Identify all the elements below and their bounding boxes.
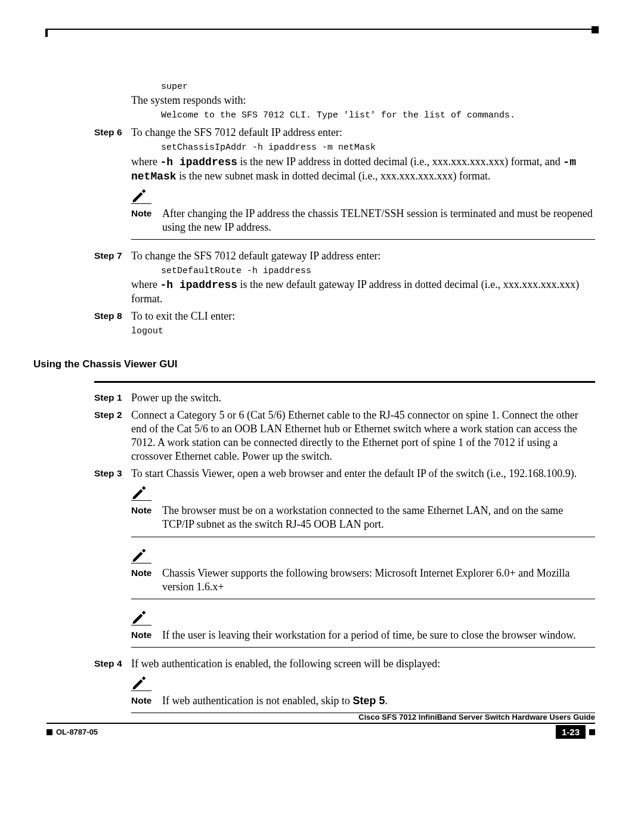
step-6-where: where -h ipaddress is the new IP address… — [131, 155, 595, 184]
step-1-label: Step 1 — [47, 391, 131, 403]
square-bullet-icon — [47, 729, 52, 735]
note-label: Note — [131, 504, 162, 516]
code-welcome: Welcome to the SFS 7012 CLI. Type 'list'… — [131, 110, 595, 121]
page-number-wrap: 1-23 — [556, 725, 595, 739]
note-label: Note — [131, 694, 162, 707]
note-label: Note — [131, 207, 162, 219]
pen-icon — [131, 187, 147, 203]
crop-corner-right — [592, 26, 599, 33]
step-7-code: setDefaultRoute -h ipaddress — [131, 265, 595, 277]
doc-id-text: OL-8787-05 — [56, 727, 98, 736]
step-6-text: To change the SFS 7012 default IP addres… — [131, 126, 595, 140]
note-text: If the user is leaving their workstation… — [162, 628, 595, 642]
crop-tick-left — [45, 29, 48, 37]
step-2-label: Step 2 — [47, 408, 131, 420]
note-text: The browser must be on a workstation con… — [162, 504, 595, 531]
text-system-responds: The system responds with: — [131, 94, 595, 107]
pen-icon — [131, 609, 147, 624]
page-footer: Cisco SFS 7012 InfiniBand Server Switch … — [47, 713, 595, 739]
arg-h-ipaddress: -h ipaddress — [160, 279, 237, 291]
step-6-label: Step 6 — [47, 126, 131, 138]
note-block: Note If web authentication is not enable… — [131, 674, 595, 713]
note-block: Note After changing the IP address the c… — [131, 187, 595, 240]
ref-step-5: Step 5 — [352, 695, 385, 707]
page-number: 1-23 — [556, 725, 586, 739]
doc-id: OL-8787-05 — [47, 727, 98, 736]
step-8-label: Step 8 — [47, 309, 131, 321]
note-block: Note If the user is leaving their workst… — [131, 609, 595, 648]
note-block: Note The browser must be on a workstatio… — [131, 484, 595, 537]
step-3-label: Step 3 — [47, 467, 131, 479]
page-frame: super The system responds with: Welcome … — [47, 29, 595, 714]
square-bullet-icon — [589, 729, 595, 735]
footer-title: Cisco SFS 7012 InfiniBand Server Switch … — [47, 713, 595, 724]
step-8-text: To to exit the CLI enter: — [131, 309, 595, 323]
heading-chassis-viewer-gui: Using the Chassis Viewer GUI — [33, 358, 595, 370]
step-6-code: setChassisIpAddr -h ipaddress -m netMask — [131, 142, 595, 153]
section-divider — [94, 381, 595, 383]
note-text: After changing the IP address the chassi… — [162, 207, 595, 234]
pen-icon — [131, 674, 147, 690]
step-4-label: Step 4 — [47, 657, 131, 669]
step-4-text: If web authentication is enabled, the fo… — [131, 657, 595, 671]
note-text: If web authentication is not enabled, sk… — [162, 694, 595, 708]
note-block: Note Chassis Viewer supports the followi… — [131, 547, 595, 599]
note-label: Note — [131, 628, 162, 641]
text: is the new IP address in dotted decimal … — [237, 156, 563, 168]
step-3-text: To start Chassis Viewer, open a web brow… — [131, 467, 595, 481]
arg-h-ipaddress: -h ipaddress — [160, 156, 237, 168]
step-7-label: Step 7 — [47, 249, 131, 261]
text: If web authentication is not enabled, sk… — [162, 695, 352, 707]
text: where — [131, 278, 160, 290]
pen-icon — [131, 484, 147, 500]
step-7-text: To change the SFS 7012 default gateway I… — [131, 249, 595, 263]
text: where — [131, 156, 160, 168]
note-text: Chassis Viewer supports the following br… — [162, 566, 595, 594]
step-2-text: Connect a Category 5 or 6 (Cat 5/6) Ethe… — [131, 408, 595, 463]
note-label: Note — [131, 566, 162, 579]
code-super: super — [131, 81, 595, 92]
text: . — [385, 695, 388, 707]
text: is the new subnet mask in dotted decimal… — [177, 170, 491, 182]
step-7-where: where -h ipaddress is the new default ga… — [131, 278, 595, 306]
step-1-text: Power up the switch. — [131, 391, 595, 405]
step-8-code: logout — [131, 326, 595, 337]
content-area: super The system responds with: Welcome … — [47, 30, 595, 713]
pen-icon — [131, 547, 147, 562]
